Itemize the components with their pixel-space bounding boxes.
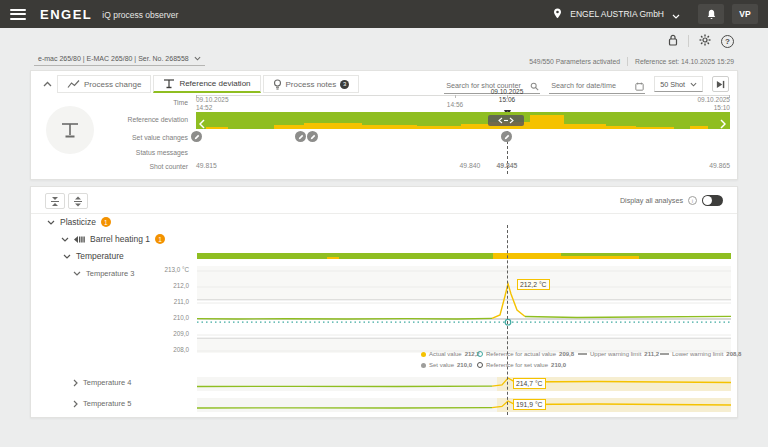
temperature-5-sparkline bbox=[197, 396, 731, 414]
chevron-down-icon bbox=[63, 254, 71, 259]
legend-marker bbox=[477, 351, 483, 357]
tab-bar: Process change Reference deviation Proce… bbox=[39, 74, 729, 94]
scroll-right-icon[interactable] bbox=[720, 115, 726, 133]
legend-reference-set: Reference for set value210,0 bbox=[477, 362, 566, 368]
user-avatar-button[interactable]: VP bbox=[732, 4, 758, 24]
reference-deviation-icon bbox=[59, 119, 81, 141]
top-bar: ENGEL iQ process observer ENGEL AUSTRIA … bbox=[0, 0, 768, 28]
app-root: ENGEL iQ process observer ENGEL AUSTRIA … bbox=[0, 0, 768, 447]
time-start: 09.10.202514:52 bbox=[196, 96, 229, 112]
row-label-reference-deviation: Reference deviation bbox=[96, 116, 188, 123]
chevron-right-icon bbox=[73, 400, 78, 408]
trend-line-icon bbox=[67, 79, 80, 89]
time-end: 09.10.202515:10 bbox=[670, 96, 730, 112]
help-icon[interactable]: ? bbox=[721, 35, 734, 48]
machine-selector[interactable]: e-mac 265/80 | E-MAC 265/80 | Ser. No. 2… bbox=[34, 55, 205, 66]
set-value-change-marker[interactable] bbox=[501, 131, 512, 142]
row-label-set-value-changes: Set value changes bbox=[96, 134, 188, 141]
cursor-line-bottom[interactable] bbox=[507, 225, 508, 415]
location-selector[interactable]: ENGEL AUSTRIA GmbH bbox=[570, 9, 664, 19]
reference-deviation-avatar bbox=[46, 106, 94, 154]
tab-process-notes[interactable]: Process notes 3 bbox=[263, 75, 360, 93]
datetime-search bbox=[549, 74, 645, 94]
legend-marker bbox=[421, 363, 426, 368]
tree-item-temperature-3[interactable]: Temperature 3 bbox=[73, 269, 134, 278]
chevron-down-icon bbox=[690, 82, 697, 87]
jump-to-latest-button[interactable] bbox=[712, 76, 729, 92]
ytick: 212,0 bbox=[127, 282, 189, 289]
lock-icon[interactable] bbox=[668, 32, 678, 50]
set-value-change-marker[interactable] bbox=[191, 131, 202, 142]
row-label-shot-counter: Shot counter bbox=[96, 163, 188, 170]
chevron-down-icon bbox=[47, 220, 55, 225]
tree-group-plasticize[interactable]: Plasticize 1 bbox=[47, 217, 111, 227]
tab-process-change[interactable]: Process change bbox=[57, 75, 151, 93]
temperature-3-chart bbox=[197, 266, 731, 353]
skip-to-latest-icon bbox=[716, 80, 725, 89]
legend-reference-actual: Reference for actual value209,8 bbox=[477, 351, 574, 357]
collapse-all-button[interactable] bbox=[45, 193, 65, 209]
reference-deviation-icon bbox=[163, 78, 175, 89]
scroll-left-icon[interactable] bbox=[199, 115, 205, 133]
analysis-card: Display all analyses i Plasticize 1 Barr… bbox=[30, 186, 738, 418]
reference-deviation-bar[interactable] bbox=[196, 112, 730, 129]
chevron-up-icon bbox=[43, 81, 52, 87]
reference-set-text: Reference set: 14.10.2025 15:29 bbox=[635, 58, 734, 65]
legend-marker bbox=[578, 353, 587, 355]
chevron-down-icon[interactable] bbox=[672, 5, 680, 23]
parameter-status-bar: 549/550 Parameters activated Reference s… bbox=[529, 57, 734, 66]
info-icon[interactable]: i bbox=[688, 196, 697, 205]
temperature-5-value: 191,9 °C bbox=[513, 399, 546, 410]
hamburger-menu-icon[interactable] bbox=[10, 9, 26, 20]
tree-group-barrel-heating[interactable]: Barrel heating 1 1 bbox=[61, 234, 165, 244]
set-value-change-marker[interactable] bbox=[295, 131, 306, 142]
shot-start: 49.815 bbox=[196, 162, 217, 169]
ytick: 209,0 bbox=[127, 330, 189, 337]
warning-count-badge: 1 bbox=[155, 234, 165, 244]
legend-marker bbox=[660, 353, 669, 355]
ytick: 210,0 bbox=[127, 314, 189, 321]
ytick: 211,0 bbox=[127, 298, 189, 305]
tree-item-temperature-5[interactable]: Temperature 5 bbox=[73, 399, 131, 408]
time-axis bbox=[196, 95, 730, 96]
collapse-panel-button[interactable] bbox=[39, 76, 55, 92]
tree-item-temperature-4[interactable]: Temperature 4 bbox=[73, 378, 131, 387]
pencil-icon bbox=[310, 134, 316, 140]
legend-marker bbox=[477, 362, 483, 368]
chevron-down-icon bbox=[73, 271, 81, 276]
chevron-down-icon bbox=[194, 56, 201, 61]
divider bbox=[31, 213, 737, 214]
warning-count-badge: 1 bbox=[101, 217, 111, 227]
set-value-change-marker[interactable] bbox=[307, 131, 318, 142]
notifications-button[interactable] bbox=[698, 4, 724, 24]
row-label-time: Time bbox=[96, 99, 188, 106]
legend-marker bbox=[421, 352, 426, 357]
chevron-down-icon bbox=[61, 237, 69, 242]
ytick: 208,0 bbox=[127, 346, 189, 353]
cursor-value-label: 212,2 °C bbox=[517, 279, 550, 290]
interval-select[interactable]: 50 Shot bbox=[654, 76, 703, 92]
shot-end: 49.865 bbox=[690, 162, 730, 169]
display-all-toggle[interactable] bbox=[702, 195, 723, 206]
gear-icon[interactable] bbox=[699, 32, 711, 50]
shot-cursor: 49.845 bbox=[484, 162, 530, 169]
location-pin-icon bbox=[553, 5, 562, 23]
barrel-heating-icon bbox=[74, 235, 85, 244]
tree-group-temperature[interactable]: Temperature bbox=[63, 251, 124, 261]
legend-lower-warning: Lower warning limit208,8 bbox=[660, 351, 741, 357]
datetime-search-input[interactable] bbox=[549, 79, 645, 94]
tab-reference-deviation[interactable]: Reference deviation bbox=[153, 75, 260, 93]
divider bbox=[688, 35, 689, 47]
ytick: 213,0 °C bbox=[127, 266, 189, 273]
pencil-icon bbox=[298, 134, 304, 140]
pencil-icon bbox=[194, 134, 200, 140]
secondary-icon-row: ? bbox=[668, 32, 734, 50]
time-cursor[interactable]: 09.10.202515:06 bbox=[477, 88, 537, 104]
legend-upper-warning: Upper warning limit211,2 bbox=[578, 351, 659, 357]
temperature-status-bar bbox=[197, 253, 731, 259]
pencil-icon bbox=[504, 134, 510, 140]
collapse-all-icon bbox=[50, 196, 60, 207]
expand-all-button[interactable] bbox=[68, 193, 88, 209]
cursor-drag-handle[interactable] bbox=[488, 115, 524, 126]
expand-all-icon bbox=[73, 196, 83, 207]
